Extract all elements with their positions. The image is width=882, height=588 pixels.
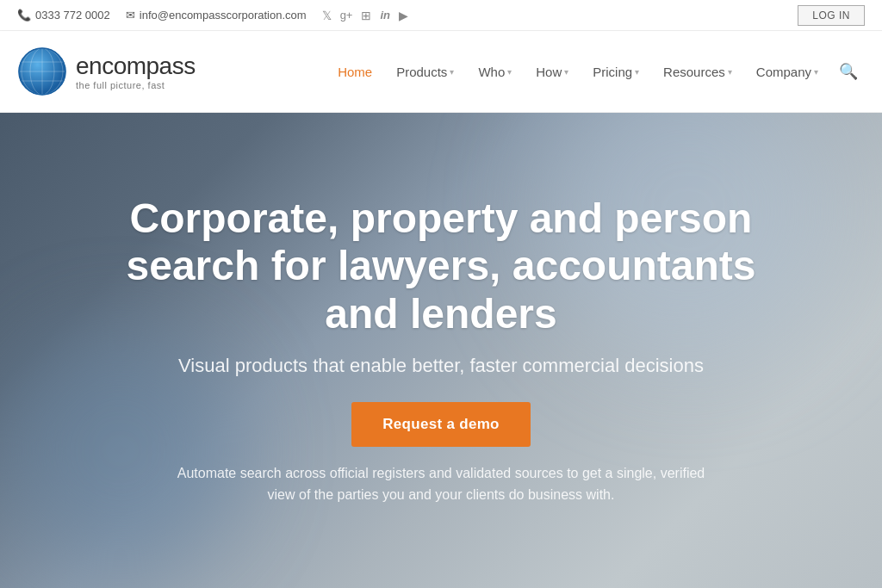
hero-headline: Corporate, property and person search fo… (114, 195, 768, 337)
hero-subheadline: Visual products that enable better, fast… (178, 353, 704, 380)
youtube-icon[interactable]: ▶ (399, 9, 408, 22)
nav-item-products[interactable]: Products ▾ (386, 58, 464, 86)
logo-globe-icon (17, 46, 67, 96)
request-demo-button[interactable]: Request a demo (351, 402, 531, 447)
login-button[interactable]: LOG IN (798, 5, 865, 26)
logo-name: encompass (76, 53, 196, 80)
hero-body-text: Automate search across official register… (174, 462, 708, 506)
search-icon[interactable]: 🔍 (832, 55, 865, 88)
nav-item-who[interactable]: Who ▾ (468, 58, 522, 86)
phone-number: 0333 772 0002 (35, 9, 110, 22)
chevron-down-icon: ▾ (635, 67, 639, 77)
logo-tagline: the full picture, fast (76, 80, 196, 90)
email-icon: ✉ (126, 9, 135, 22)
top-bar-contact: 📞 0333 772 0002 ✉ info@encompasscorporat… (17, 9, 408, 22)
rss-icon[interactable]: ⊞ (361, 9, 371, 22)
logo-text: encompass the full picture, fast (76, 53, 196, 90)
email-info[interactable]: ✉ info@encompasscorporation.com (126, 9, 307, 22)
hero-section: Corporate, property and person search fo… (0, 113, 882, 588)
nav-label-pricing: Pricing (593, 65, 632, 79)
email-address: info@encompasscorporation.com (140, 9, 307, 22)
nav-item-how[interactable]: How ▾ (525, 58, 579, 86)
nav-item-resources[interactable]: Resources ▾ (653, 58, 742, 86)
chevron-down-icon: ▾ (450, 67, 454, 77)
nav-item-home[interactable]: Home (327, 58, 382, 86)
nav-item-company[interactable]: Company ▾ (746, 58, 829, 86)
nav-bar: encompass the full picture, fast Home Pr… (0, 31, 882, 113)
hero-content: Corporate, property and person search fo… (114, 195, 768, 506)
nav-label-company: Company (756, 65, 811, 79)
nav-label-home: Home (338, 65, 372, 79)
top-bar: 📞 0333 772 0002 ✉ info@encompasscorporat… (0, 0, 882, 31)
nav-links: Home Products ▾ Who ▾ How ▾ Pricing ▾ Re… (327, 55, 865, 88)
chevron-down-icon: ▾ (507, 67, 512, 77)
nav-label-who: Who (478, 65, 505, 79)
chevron-down-icon: ▾ (564, 67, 568, 77)
google-plus-icon[interactable]: g+ (340, 9, 353, 22)
nav-label-products: Products (396, 65, 447, 79)
phone-info: 📞 0333 772 0002 (17, 9, 110, 22)
nav-label-how: How (536, 65, 562, 79)
social-links: 𝕏 g+ ⊞ in ▶ (322, 9, 408, 22)
linkedin-icon[interactable]: in (380, 9, 390, 22)
nav-item-pricing[interactable]: Pricing ▾ (582, 58, 649, 86)
chevron-down-icon: ▾ (728, 67, 732, 77)
logo[interactable]: encompass the full picture, fast (17, 46, 196, 96)
twitter-icon[interactable]: 𝕏 (322, 9, 332, 22)
nav-label-resources: Resources (663, 65, 725, 79)
phone-icon: 📞 (17, 9, 31, 22)
chevron-down-icon: ▾ (814, 67, 818, 77)
